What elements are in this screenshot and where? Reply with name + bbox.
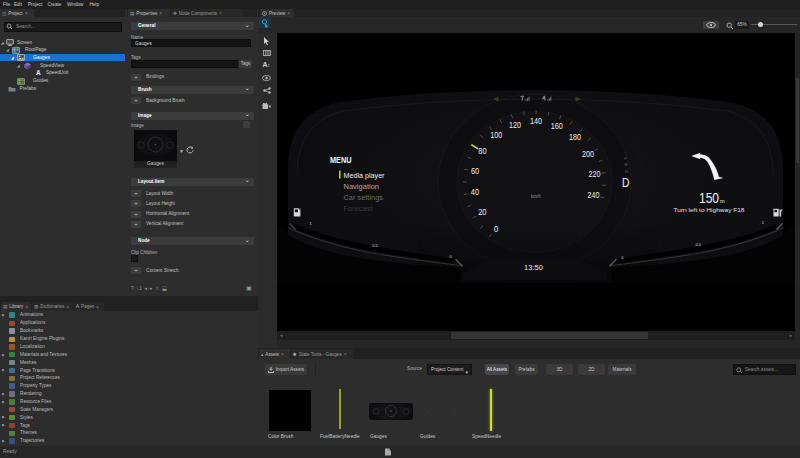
svg-text:Navigation: Navigation — [344, 182, 380, 191]
svg-text:160: 160 — [551, 122, 563, 131]
svg-text:240: 240 — [588, 191, 600, 200]
svg-text:80: 80 — [478, 147, 487, 156]
svg-text:120: 120 — [509, 121, 521, 130]
svg-text:40: 40 — [471, 188, 480, 197]
svg-text:Car settings: Car settings — [344, 193, 384, 202]
svg-text:Forecast: Forecast — [344, 204, 373, 213]
svg-text:km/h: km/h — [531, 194, 541, 199]
svg-text:Turn left to Highway F18: Turn left to Highway F18 — [674, 207, 745, 213]
svg-text:MENU: MENU — [330, 154, 352, 165]
svg-text:100: 100 — [490, 131, 502, 140]
svg-text:0.5: 0.5 — [372, 243, 378, 248]
svg-text:P: P — [624, 156, 627, 161]
svg-text:R: R — [625, 162, 628, 167]
svg-text:D: D — [622, 175, 630, 190]
svg-text:m: m — [720, 198, 725, 204]
svg-text:200: 200 — [582, 150, 594, 159]
svg-text:13:50: 13:50 — [524, 263, 543, 272]
svg-text:140: 140 — [530, 117, 542, 126]
svg-text:150: 150 — [699, 189, 719, 206]
svg-text:180: 180 — [569, 133, 581, 142]
svg-text:220: 220 — [589, 170, 601, 179]
svg-text:60: 60 — [471, 167, 480, 176]
svg-text:Media player: Media player — [344, 171, 386, 180]
svg-text:0.5: 0.5 — [696, 242, 702, 247]
svg-text:N: N — [625, 169, 628, 174]
svg-text:0: 0 — [494, 225, 499, 234]
svg-text:20: 20 — [478, 208, 487, 217]
